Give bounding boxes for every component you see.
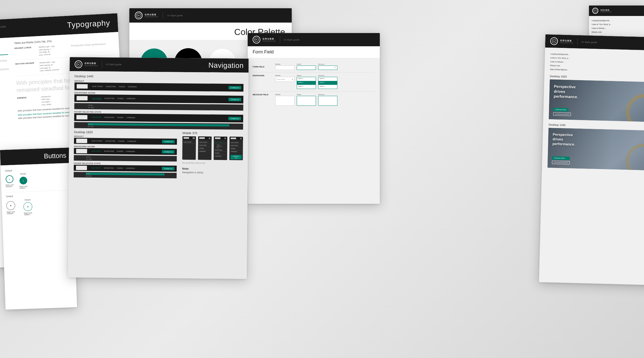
form-states-row: Default Active Success ✓ [275,63,337,70]
nav-header-divider [102,61,102,68]
nav-contact-btn-3[interactable]: Contact Us [228,117,241,120]
mobile-submenu-1: Capital Opportunity Zone... [215,144,226,149]
nav-default-logo [77,84,88,88]
message-textarea-active[interactable] [297,96,316,106]
dropdown-default-input[interactable]: Please select... ▾ [275,77,294,82]
form-input-default[interactable] [275,66,294,70]
button-hover-label: Hover [20,172,26,175]
nav-logo: GRUBB PROPERTIES [75,60,98,68]
hero-logo: GRUBB PROPERTIES [550,37,574,45]
hero-cta-btn-1920[interactable]: Discover More [553,108,569,112]
circle-plus-icon: + [10,203,12,208]
dropdown-placeholder: Please select... [277,78,292,80]
message-textarea-default[interactable] [275,96,294,106]
nav-1920-default-bar: OUR STORY INVESTING FUNDS CAREERS Contac… [74,138,177,145]
mobile-mocks-row: OUR STORY ✕ OUR STORY INVESTING [182,136,243,160]
typography-subtitle: style guide [0,25,6,29]
nav-bottom-section: Desktop 1920 DEFAULT OUR STORY INVESTING… [74,130,243,179]
form-default-label: Default [275,63,294,65]
dropdown-chevron: ▾ [292,78,293,81]
nav-link-ourstory-active: OUR STORY [92,97,102,99]
dropdown-active-label: Active [297,75,316,76]
circle-outline-item: + Begin color#000000 [6,201,15,214]
teal-accent-line [0,54,8,56]
hero-image-1440: Perspectivedrivesperformance. Discover M… [547,128,644,170]
mobile-close-icon-3: ✕ [224,137,226,140]
nav-contact-btn-2[interactable]: Contact Us [228,98,241,101]
dropdown-success-input[interactable]: Option 1 Option 2 Option 3 [318,77,337,89]
form-input-active[interactable] [297,66,316,70]
nav-dropdown-bar: OUR STORY INVESTING FUNDS CAREERS Contac… [74,94,243,103]
mobile-ourstory-4: OUR STORY [231,141,242,144]
form-field-card: GRUBB PROPERTIES UI Style guide Form Fie… [248,33,380,204]
dropdown-active-input[interactable]: Option 1 Option 2 Option 3 [297,77,316,89]
message-textarea-success[interactable] [318,96,337,106]
hero-ctas-1920: Discover More Download Annual PDF [553,108,571,116]
far-right-logo-tagline: PROPERTIES [601,11,612,13]
color-style-guide-label: UI Style guide [167,14,183,17]
hamburger-line-1 [193,137,195,137]
dropdown-default-state: Default Please select... ▾ [275,75,294,82]
nav-contact-btn[interactable]: Contact Us [229,86,241,89]
form-style-guide-label: UI Style guide [284,39,300,41]
nav-1920-hover-links: OUR STORY INVESTING FUNDS CAREERS [91,167,162,169]
color-logo: GRUBB PROPERTIES [135,12,158,19]
nav-logo-tagline: PROPERTIES [84,65,98,67]
form-input-success[interactable]: ✓ [318,66,337,70]
nav-1920-ourstory-hover: OUR STORY [91,167,101,169]
hero-ctas-1440: Discover More Download Annual PDF [552,156,570,164]
circle-teal-btn[interactable]: + [23,202,32,211]
hero-ebook-btn-1440[interactable]: Download Annual PDF [552,161,570,164]
nav-header-bar: GRUBB PROPERTIES UI Style guide Navigati… [70,57,249,73]
arrow-right-icon: › [9,177,10,181]
nav-1920-funds-2: FUNDS [117,151,123,152]
button-circle-hover[interactable]: › [19,177,27,185]
button-circle-default[interactable]: › [6,175,13,183]
color-header-bar: GRUBB PROPERTIES UI Style guide [129,8,292,23]
button-hover-color: Begin color#008027 [20,185,28,189]
nav-1920-careers-3: CAREERS [126,167,135,169]
dropdown-success-state: Success Option 1 Option 2 Option 3 [318,75,337,89]
nav-1920-contact-2[interactable]: Contact Us [162,150,175,153]
hero-tagline-1920: Perspectivedrivesperformance. [554,84,578,100]
nav-1920-contact[interactable]: Contact Us [162,140,175,143]
nav-1920-funds-3: FUNDS [117,167,123,169]
circle-outline-btn[interactable]: + [6,201,15,210]
dropdown-option-1: Option 1 [297,77,316,81]
nav-link-investing: INVESTING [106,86,116,87]
form-header-bar: GRUBB PROPERTIES UI Style guide [248,33,380,46]
circle-hover-section: Hover + Begin color#008027 [23,199,32,216]
nav-link-careers-2: CAREERS [127,97,136,99]
nav-note-section: Note: Navigation is sticky. [182,167,243,174]
color-header-divider [163,12,163,19]
subhead-spec: Helvetica Bo...Letter spac...Line height… [41,95,52,106]
form-body: FORM FIELD Default Active Success ✓ [248,58,380,204]
message-default-label: Default [275,94,294,95]
nav-hover-links: OUR STORY INVESTING FUNDS CAREERS [92,116,228,119]
nav-hover-logo [77,115,88,119]
button-color-label: Begin color#000000 [6,184,14,188]
mobile-topbar-2: ✕ [198,136,212,140]
nav-1920-careers: CAREERS [127,140,137,142]
dropdown-row: DROPDOWN Default Please select... ▾ Acti… [253,75,375,91]
mobile-careers-4: CAREERS [230,150,242,153]
form-field-title: Form Field [253,50,375,55]
mobile-menu-ourstory: OUR STORY [199,141,211,144]
nav-1920-contact-3[interactable]: Contact Us [162,167,174,170]
section-header-label: SECTION HEADER [15,62,38,74]
nav-logo-icon [75,60,82,68]
color-logo-name: GRUBB [145,13,158,16]
hamburger-line-2 [193,138,195,138]
form-logo-icon [253,36,260,44]
mobile-menu-funds: FUNDS [199,147,211,150]
far-right-logo-name: GRUBB [601,9,612,11]
mobile-content-1: OUR STORY [182,140,196,145]
hero-ebook-btn-1920[interactable]: Download Annual PDF [553,112,571,116]
header-large-label: HEADER LARGE [14,46,37,58]
nav-1920-hover-logo [76,166,87,170]
mobile-topbar-1 [182,136,196,140]
circle-buttons-row: + Begin color#000000 Hover + Begin color… [6,197,69,216]
hero-cta-btn-1440[interactable]: Discover More [552,156,570,160]
far-right-link-1: Looping background... [592,19,641,23]
nav-1920-funds: FUNDS [118,140,125,142]
